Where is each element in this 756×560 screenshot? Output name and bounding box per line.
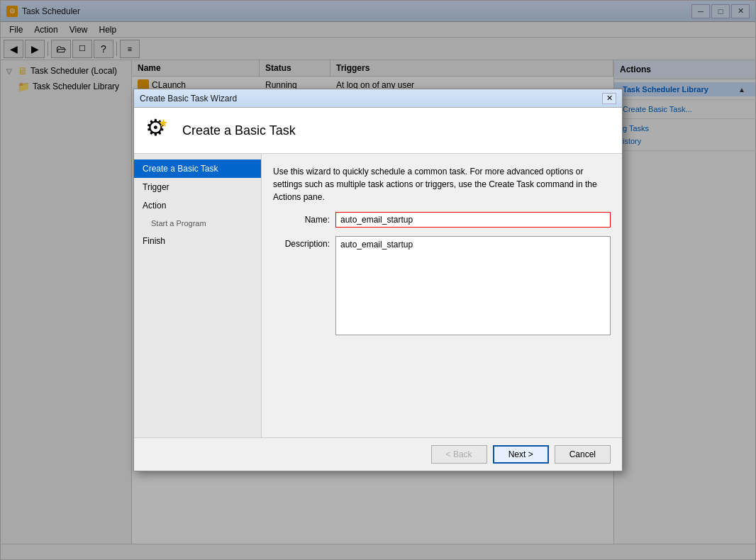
dialog-title: Create Basic Task Wizard [140, 94, 602, 103]
dialog-header-title: Create a Basic Task [182, 123, 296, 138]
description-label: Description: [273, 239, 330, 249]
wizard-content: Use this wizard to quickly schedule a co… [262, 154, 622, 437]
description-textarea[interactable]: auto_email_startup [335, 236, 611, 335]
name-input[interactable] [335, 212, 611, 228]
dialog-close-button[interactable]: ✕ [602, 93, 616, 104]
main-window: ⚙ Task Scheduler ─ □ ✕ File Action View … [0, 0, 756, 560]
star-icon: ★ [158, 116, 168, 130]
name-label: Name: [273, 215, 330, 225]
modal-overlay: Create Basic Task Wizard ✕ ⚙ ★ Create a … [1, 1, 755, 559]
dialog-footer: < Back Next > Cancel [134, 437, 622, 471]
dialog-title-bar: Create Basic Task Wizard ✕ [134, 89, 622, 108]
dialog-header-icon: ⚙ ★ [145, 116, 174, 145]
wizard-nav: Create a Basic Task Trigger Action Start… [134, 154, 262, 437]
dialog-header: ⚙ ★ Create a Basic Task [134, 108, 622, 154]
cancel-button[interactable]: Cancel [555, 445, 611, 464]
wizard-description: Use this wizard to quickly schedule a co… [273, 165, 611, 203]
wizard-step-action[interactable]: Action [134, 196, 261, 215]
wizard-step-start-program[interactable]: Start a Program [134, 215, 261, 232]
dialog: Create Basic Task Wizard ✕ ⚙ ★ Create a … [133, 89, 623, 471]
next-button[interactable]: Next > [493, 445, 549, 464]
wizard-step-finish[interactable]: Finish [134, 232, 261, 250]
description-row: Description: auto_email_startup [273, 236, 611, 335]
wizard-step-create[interactable]: Create a Basic Task [134, 159, 261, 178]
name-row: Name: [273, 212, 611, 228]
dialog-body: Create a Basic Task Trigger Action Start… [134, 154, 622, 437]
wizard-step-trigger[interactable]: Trigger [134, 178, 261, 196]
back-button[interactable]: < Back [431, 445, 487, 464]
